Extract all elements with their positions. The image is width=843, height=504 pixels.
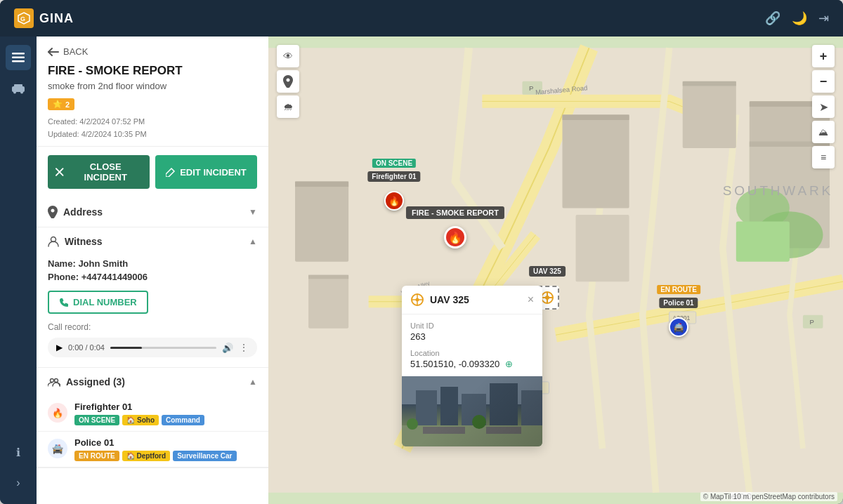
svg-rect-3 <box>12 57 25 59</box>
uav-popup-close-button[interactable]: × <box>528 293 534 306</box>
weather-tool-button[interactable]: 🌧 <box>277 95 299 118</box>
svg-rect-20 <box>803 315 823 329</box>
assigned-content: 🔥 Firefighter 01 ON SCENE 🏠 Soho Command <box>37 396 268 467</box>
nav-icon-info[interactable]: ℹ <box>6 439 31 465</box>
edit-incident-button[interactable]: EDIT INCIDENT <box>155 155 257 189</box>
witness-section-title: Witness <box>48 236 103 247</box>
assigned-item-police: 🚔 Police 01 EN ROUTE 🏠 Deptford Surveill… <box>37 432 268 467</box>
address-section-title: Address <box>48 206 103 218</box>
unit-id-label: Unit ID <box>410 321 534 330</box>
more-icon[interactable]: ⋮ <box>239 342 249 353</box>
map-attribution: © MapTiler © OpenStreetMap contributors <box>700 492 837 501</box>
police-tags: EN ROUTE 🏠 Deptford Surveillance Car <box>74 451 237 461</box>
back-button[interactable]: BACK <box>48 46 257 57</box>
police-marker[interactable]: Police 01 EN ROUTE 🚔 <box>669 317 688 337</box>
location-value: 51.501510, -0.093320 <box>410 359 499 369</box>
fire-incident-label: FIRE - SMOKE REPORT <box>406 206 504 219</box>
eye-tool-button[interactable]: 👁 <box>277 45 299 67</box>
zoom-out-button[interactable]: − <box>812 70 835 93</box>
location-target-icon[interactable]: ⊕ <box>505 359 513 369</box>
witness-phone: Phone: +447441449006 <box>48 272 257 282</box>
priority-value: 2 <box>65 100 70 109</box>
firefighter-marker-icon: 🔥 <box>384 191 404 211</box>
assigned-item-firefighter: 🔥 Firefighter 01 ON SCENE 🏠 Soho Command <box>37 396 268 432</box>
compass-button[interactable]: ➤ <box>812 95 835 118</box>
svg-point-48 <box>545 296 549 300</box>
witness-chevron: ▲ <box>249 237 257 246</box>
fire-marker-icon: 🔥 <box>444 226 466 248</box>
witness-section: Witness ▲ Name: John Smith Phone: +44744… <box>37 227 268 368</box>
volume-icon[interactable]: 🔊 <box>222 343 233 353</box>
assigned-section-title: Assigned (3) <box>48 376 125 387</box>
police-name: Police 01 <box>74 437 237 448</box>
dial-number-button[interactable]: DIAL NUMBER <box>48 291 148 314</box>
edit-incident-label: EDIT INCIDENT <box>180 167 247 178</box>
app-logo: G GINA <box>14 8 74 28</box>
svg-rect-22 <box>295 181 348 261</box>
svg-rect-61 <box>486 427 521 434</box>
play-icon[interactable]: ▶ <box>56 343 63 352</box>
map-area[interactable]: P P P P <box>268 37 843 504</box>
assigned-label: Assigned (3) <box>66 376 125 387</box>
main-content: ℹ › BACK FIRE - SMOKE REPORT smoke from … <box>0 37 843 504</box>
nav-icon-vehicle[interactable] <box>6 76 31 101</box>
tag-surveillance: Surveillance Car <box>173 451 236 461</box>
svg-text:P: P <box>783 185 787 192</box>
police-icon: 🚔 <box>48 439 67 458</box>
nav-icon-list[interactable] <box>6 45 31 70</box>
tag-en-route: EN ROUTE <box>74 451 119 461</box>
terrain-button[interactable]: ⛰ <box>812 121 835 143</box>
close-incident-label: CLOSE INCIDENT <box>68 161 143 183</box>
firefighter-marker[interactable]: Firefighter 01 ON SCENE 🔥 <box>384 191 404 211</box>
audio-player[interactable]: ▶ 0:00 / 0:04 🔊 ⋮ <box>48 338 257 357</box>
svg-rect-28 <box>576 215 629 281</box>
close-incident-button[interactable]: CLOSE INCIDENT <box>48 155 150 189</box>
svg-rect-4 <box>12 60 25 62</box>
map-scale: 10 m <box>731 492 752 501</box>
police-info: Police 01 EN ROUTE 🏠 Deptford Surveillan… <box>74 437 237 461</box>
location-tool-button[interactable] <box>277 70 299 93</box>
witness-content: Name: John Smith Phone: +447441449006 DI… <box>37 256 268 367</box>
assigned-chevron: ▲ <box>249 377 257 387</box>
created-time: Created: 4/2/2024 07:52 PM <box>48 116 257 128</box>
witness-section-header[interactable]: Witness ▲ <box>37 227 268 256</box>
zoom-in-button[interactable]: + <box>812 45 835 67</box>
back-label: BACK <box>63 46 88 57</box>
tag-soho: 🏠 Soho <box>122 415 159 425</box>
fire-incident-marker[interactable]: FIRE - SMOKE REPORT 🔥 <box>444 226 466 248</box>
map-controls-right: + − ➤ ⛰ ≡ <box>812 45 835 168</box>
firefighter-status-label: ON SCENE <box>372 159 416 168</box>
firefighter-name: Firefighter 01 <box>74 402 204 412</box>
sidebar: BACK FIRE - SMOKE REPORT smoke from 2nd … <box>37 37 268 504</box>
sidebar-header: BACK FIRE - SMOKE REPORT smoke from 2nd … <box>37 37 268 147</box>
uav-camera-feed <box>402 376 542 446</box>
tag-deptford: 🏠 Deptford <box>122 451 170 461</box>
dial-number-label: DIAL NUMBER <box>73 297 137 307</box>
address-section-header[interactable]: Address ▼ <box>37 197 268 227</box>
svg-point-7 <box>13 91 16 94</box>
svg-rect-25 <box>308 275 348 279</box>
assigned-section: Assigned (3) ▲ 🔥 Firefighter 01 ON SCENE… <box>37 368 268 468</box>
location-label: Location <box>410 349 534 357</box>
svg-rect-29 <box>683 81 736 148</box>
assigned-section-header[interactable]: Assigned (3) ▲ <box>37 368 268 396</box>
svg-text:G: G <box>20 15 26 22</box>
nav-expand[interactable]: › <box>6 470 31 496</box>
svg-rect-2 <box>12 53 25 55</box>
updated-time: Updated: 4/2/2024 10:35 PM <box>48 128 257 141</box>
uav-popup-title: UAV 325 <box>410 293 469 307</box>
svg-text:P: P <box>809 318 813 326</box>
police-status-label: EN ROUTE <box>657 285 700 294</box>
svg-point-35 <box>736 188 790 228</box>
layers-button[interactable]: ≡ <box>812 146 835 168</box>
link-icon[interactable]: 🔗 <box>765 11 780 26</box>
firefighter-icon: 🔥 <box>48 403 67 423</box>
svg-rect-18 <box>776 181 797 194</box>
logout-icon[interactable]: ⇥ <box>818 11 829 26</box>
unit-id-value: 263 <box>410 331 534 342</box>
dark-mode-icon[interactable]: 🌙 <box>792 11 807 26</box>
audio-progress-bar[interactable] <box>110 347 216 349</box>
incident-title: FIRE - SMOKE REPORT <box>48 64 257 78</box>
firefighter-tags: ON SCENE 🏠 Soho Command <box>74 415 204 425</box>
svg-point-12 <box>55 379 58 383</box>
